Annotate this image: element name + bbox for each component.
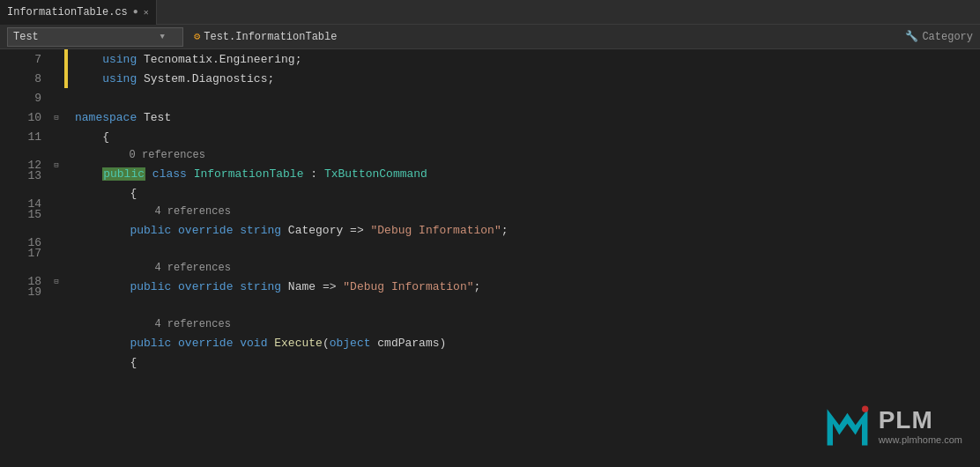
margin-cell: [48, 224, 64, 243]
code-text: public override string Name => "Debug In…: [75, 277, 480, 296]
code-line: namespace Test: [75, 107, 980, 127]
code-line: [75, 240, 980, 259]
token: string: [233, 280, 281, 293]
token: =>: [343, 224, 370, 237]
token: override: [171, 337, 233, 350]
token: public: [102, 167, 145, 181]
token: {: [130, 356, 137, 369]
token: cmdParams): [371, 337, 447, 350]
indent-space: [75, 356, 130, 369]
token: namespace: [75, 111, 137, 124]
tab-close-button[interactable]: ✕: [144, 7, 149, 18]
code-annotation: 0 references: [75, 146, 205, 164]
watermark-text-block: PLM www.plmhome.com: [879, 406, 962, 445]
toolbar: Test ▼ ⚙ Test.InformationTable 🔧 Categor…: [0, 25, 980, 49]
margin-cell: [48, 243, 64, 263]
token: InformationTable: [194, 167, 304, 181]
code-line: {: [75, 127, 980, 146]
code-line: 0 references public class InformationTab…: [75, 146, 980, 183]
editor: 78910111213141516171819 ⊟⊟⊟ using Tecnom…: [0, 49, 980, 467]
token: Name: [281, 280, 316, 293]
margin-cell[interactable]: ⊟: [48, 263, 64, 282]
token: using: [102, 72, 137, 85]
token: (: [323, 337, 330, 350]
token: ;: [474, 280, 481, 293]
code-text: {: [75, 127, 109, 146]
token: "Debug Information": [371, 224, 501, 237]
svg-point-1: [862, 406, 868, 412]
token: =>: [316, 280, 343, 293]
tab-modified-icon: ●: [133, 7, 138, 17]
line-number: 7: [15, 49, 41, 69]
indent-space: [75, 130, 102, 144]
margin-cell: [48, 282, 64, 301]
indent-space: [75, 337, 130, 350]
toolbar-right: 🔧 Category: [898, 30, 980, 43]
code-line: [75, 296, 980, 315]
code-text: public override string Category => "Debu…: [75, 220, 509, 240]
token: Tecnomatix.Engineering;: [137, 53, 301, 66]
token: Category: [281, 224, 343, 237]
code-line: [75, 88, 980, 107]
breadcrumb: ⚙ Test.InformationTable: [194, 30, 337, 43]
margin-cell: [48, 49, 64, 69]
token: public: [130, 280, 171, 293]
code-text: namespace Test: [75, 107, 171, 127]
token: :: [303, 167, 323, 181]
chevron-down-icon: ▼: [160, 33, 165, 41]
code-annotation: 4 references: [75, 203, 231, 220]
token: object: [330, 337, 371, 350]
line-number: 9: [15, 88, 41, 107]
token: Test: [137, 111, 171, 124]
context-dropdown[interactable]: Test ▼: [7, 27, 183, 47]
token: {: [102, 130, 109, 144]
token: {: [130, 187, 137, 200]
margin-cell: [48, 127, 64, 146]
code-text: using Tecnomatix.Engineering;: [75, 49, 301, 69]
plm-logo: [823, 401, 872, 449]
line-number: 15: [15, 204, 41, 224]
code-line: using System.Diagnostics;: [75, 69, 980, 88]
svg-marker-0: [827, 409, 867, 445]
code-text: using System.Diagnostics;: [75, 69, 274, 88]
code-line: {: [75, 352, 980, 372]
line-number: 13: [15, 166, 41, 185]
margin-cell: [48, 88, 64, 107]
code-line: 4 references public override void Execut…: [75, 315, 980, 352]
margin-cell[interactable]: ⊟: [48, 107, 64, 127]
indent-space: [75, 224, 130, 237]
token: ;: [501, 224, 509, 237]
toolbar-left: Test ▼ ⚙ Test.InformationTable: [0, 27, 898, 47]
token: "Debug Information": [343, 280, 473, 293]
line-number: 10: [15, 107, 41, 127]
token: string: [233, 224, 281, 237]
collapse-button[interactable]: ⊟: [54, 113, 58, 122]
line-number: 19: [15, 282, 41, 301]
indent-space: [75, 72, 102, 85]
line-number: 11: [15, 127, 41, 146]
margin: ⊟⊟⊟: [48, 49, 64, 467]
code-line: 4 references public override string Name…: [75, 259, 980, 296]
margin-cell[interactable]: ⊟: [48, 146, 64, 166]
code-text: {: [75, 352, 137, 372]
code-line: using Tecnomatix.Engineering;: [75, 49, 980, 69]
token: override: [171, 224, 233, 237]
line-number: 18: [15, 263, 41, 282]
code-text: public override void Execute(object cmdP…: [75, 333, 446, 352]
indent-space: [75, 187, 130, 200]
token: TxButtonCommand: [324, 167, 427, 181]
breadcrumb-class-icon: ⚙: [194, 30, 200, 43]
token: Execute: [267, 337, 322, 350]
gutter: 78910111213141516171819: [0, 49, 48, 467]
code-annotation: 4 references: [75, 259, 231, 277]
tab[interactable]: InformationTable.cs ● ✕: [0, 0, 157, 25]
category-label: Category: [922, 31, 973, 43]
margin-cell: [48, 166, 64, 185]
code-annotation: 4 references: [75, 315, 231, 333]
margin-cell: [48, 185, 64, 204]
margin-cell: [48, 204, 64, 224]
code-line: 4 references public override string Cate…: [75, 203, 980, 240]
code-line: {: [75, 183, 980, 203]
category-dropdown[interactable]: 🔧 Category: [905, 30, 973, 43]
line-number: 12: [15, 146, 41, 166]
